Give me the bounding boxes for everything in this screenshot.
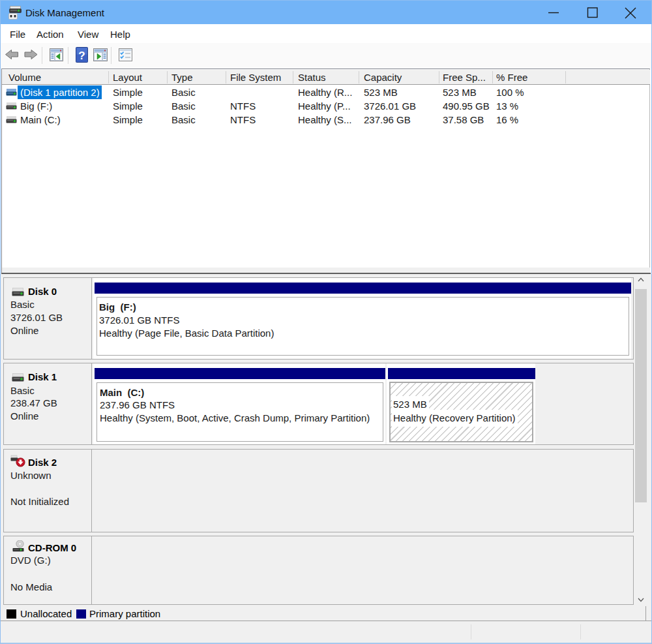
- svg-text:?: ?: [78, 50, 85, 62]
